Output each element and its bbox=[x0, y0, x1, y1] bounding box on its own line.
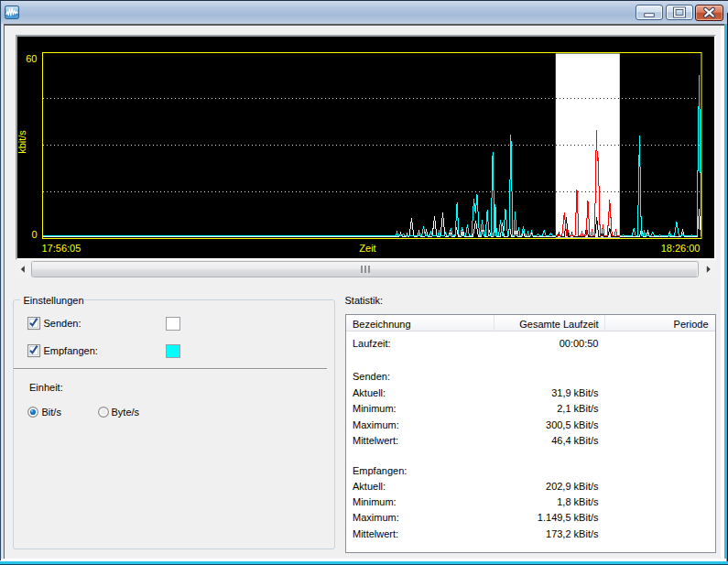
svg-text:kbit/s: kbit/s bbox=[18, 129, 27, 153]
svg-text:18:26:00: 18:26:00 bbox=[660, 243, 700, 254]
svg-text:60: 60 bbox=[26, 53, 37, 64]
svg-text:0: 0 bbox=[31, 229, 37, 240]
svg-text:Zeit: Zeit bbox=[359, 243, 375, 254]
svg-text:17:56:05: 17:56:05 bbox=[41, 243, 81, 254]
